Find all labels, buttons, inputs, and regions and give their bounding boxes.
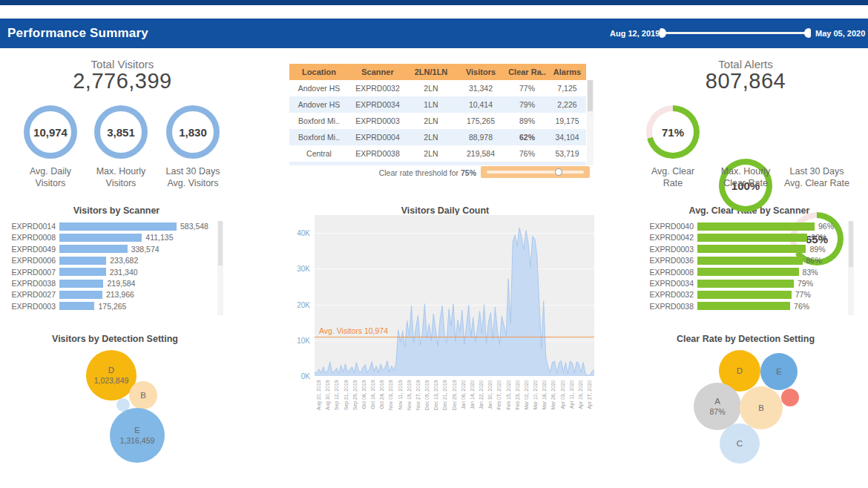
- bar[interactable]: [697, 268, 799, 276]
- table-cell[interactable]: 76%: [506, 145, 548, 162]
- bubble[interactable]: B: [129, 381, 157, 409]
- bubble-value-label: 87%: [709, 407, 725, 418]
- table-cell[interactable]: 62%: [506, 129, 548, 145]
- bar[interactable]: [697, 280, 794, 288]
- table-cell[interactable]: 88,978: [456, 129, 506, 145]
- bubble[interactable]: [781, 389, 799, 406]
- table-cell[interactable]: 2LN: [407, 162, 456, 165]
- bar[interactable]: [697, 245, 806, 253]
- bar[interactable]: [59, 302, 94, 310]
- table-cell[interactable]: 7,125: [548, 80, 586, 96]
- table-cell[interactable]: Boxford Mi..: [289, 129, 349, 145]
- table-cell[interactable]: EXPRD0034: [349, 96, 407, 113]
- table-cell[interactable]: Boxford Mi..: [289, 113, 349, 129]
- bar-row: EXPRD0049338,574: [6, 245, 160, 254]
- date-slider-right-handle[interactable]: [804, 28, 811, 38]
- threshold-slider-track[interactable]: [487, 171, 584, 174]
- table-cell[interactable]: 19,175: [548, 113, 586, 129]
- table-cell[interactable]: 10,414: [456, 96, 506, 113]
- bar-row: EXPRD0003175,265: [6, 302, 126, 311]
- bar[interactable]: [697, 302, 790, 310]
- table-column-header[interactable]: Alarms: [548, 64, 586, 80]
- table-cell[interactable]: EXPRD0004: [349, 129, 407, 145]
- table-cell[interactable]: 53,719: [548, 145, 586, 162]
- table-cell[interactable]: Andover HS: [289, 80, 349, 96]
- x-tick-label: Apr 03, 2020: [559, 380, 566, 419]
- table-cell[interactable]: 175,265: [456, 113, 506, 129]
- table-column-header[interactable]: 2LN/1LN: [407, 64, 456, 80]
- table-row[interactable]: Boxford Mi..EXPRD00042LN88,97862%34,104: [289, 129, 586, 145]
- table-row[interactable]: Boxford Mi..EXPRD00032LN175,26589%19,175: [289, 113, 586, 129]
- table-column-header[interactable]: Visitors: [456, 64, 506, 80]
- bar[interactable]: [59, 280, 103, 288]
- visitors-chart-scrollbar[interactable]: [217, 221, 223, 315]
- table-cell[interactable]: 2LN: [407, 80, 456, 96]
- visitors-chart-scrollbar-thumb[interactable]: [218, 221, 223, 266]
- threshold-slider[interactable]: [481, 166, 590, 178]
- bar-category-label: EXPRD0007: [6, 268, 59, 277]
- table-row[interactable]: Andover HSEXPRD00322LN31,34277%7,125: [289, 80, 586, 96]
- table-cell[interactable]: District Bldg: [289, 162, 349, 165]
- table-cell[interactable]: 2LN: [407, 113, 456, 129]
- visitors-daily-count-plot[interactable]: [315, 215, 594, 376]
- threshold-slider-handle[interactable]: [555, 168, 562, 176]
- table-cell[interactable]: EXPRD0040: [349, 162, 407, 165]
- table-row[interactable]: CentralEXPRD00382LN219,58476%53,719: [289, 145, 586, 162]
- bar[interactable]: [697, 291, 792, 299]
- bar[interactable]: [59, 222, 177, 231]
- date-range-end: May 05, 2020: [815, 29, 865, 38]
- table-cell[interactable]: 77%: [506, 80, 548, 96]
- dashboard: Performance Summary Aug 12, 2019 May 05,…: [0, 0, 868, 488]
- bar[interactable]: [697, 257, 803, 265]
- bar-category-label: EXPRD0040: [641, 222, 697, 231]
- table-cell[interactable]: 1,330: [548, 162, 586, 165]
- y-tick-label: 0K: [288, 372, 310, 380]
- table-cell[interactable]: Andover HS: [289, 96, 349, 113]
- x-tick-label: Jan 06, 2020: [460, 380, 467, 419]
- bar[interactable]: [59, 257, 106, 265]
- clear-rate-chart-scrollbar[interactable]: [848, 221, 854, 315]
- table-column-header[interactable]: Clear Ra..: [506, 64, 548, 80]
- table-cell[interactable]: EXPRD0032: [349, 80, 407, 96]
- bubble[interactable]: A87%: [694, 383, 741, 430]
- bubble[interactable]: B: [740, 386, 783, 429]
- bar[interactable]: [59, 268, 106, 276]
- table-column-header[interactable]: Scanner: [349, 64, 407, 80]
- x-tick-label: Dec 05, 2019: [424, 380, 431, 419]
- clear-rate-chart-scrollbar-thumb[interactable]: [849, 221, 853, 267]
- table-cell[interactable]: 23,536: [456, 162, 506, 165]
- table-cell[interactable]: Central: [289, 145, 349, 162]
- table-column-header[interactable]: Location: [289, 64, 349, 80]
- table-cell[interactable]: 31,342: [456, 80, 506, 96]
- bubble[interactable]: E: [760, 353, 798, 390]
- table-cell[interactable]: 2LN: [407, 145, 456, 162]
- x-tick-label: Feb 23, 2020: [514, 380, 521, 419]
- table-row[interactable]: Andover HSEXPRD00341LN10,41479%2,226: [289, 96, 586, 113]
- table-cell[interactable]: 34,104: [548, 129, 586, 145]
- table-cell[interactable]: 219,584: [456, 145, 506, 162]
- bar[interactable]: [697, 234, 807, 242]
- table-cell[interactable]: EXPRD0003: [349, 113, 407, 129]
- table-cell[interactable]: EXPRD0038: [349, 145, 407, 162]
- clear-rate-donut-label: Avg. ClearRate: [632, 166, 714, 189]
- table-cell[interactable]: 2LN: [407, 129, 456, 145]
- table-cell[interactable]: 89%: [506, 113, 548, 129]
- table-cell[interactable]: 79%: [506, 96, 548, 113]
- table-scrollbar-thumb[interactable]: [588, 80, 593, 111]
- bar[interactable]: [697, 222, 815, 231]
- top-strip: [0, 0, 868, 5]
- date-slider-track[interactable]: [665, 32, 805, 34]
- table-scrollbar[interactable]: [587, 80, 594, 165]
- table-row[interactable]: District BldgEXPRD00402LN23,53696%1,330: [289, 162, 586, 165]
- bar[interactable]: [59, 245, 128, 253]
- bar-value-label: 213,966: [102, 290, 134, 299]
- bar-category-label: EXPRD0008: [641, 268, 697, 277]
- bar[interactable]: [59, 234, 142, 242]
- table-cell[interactable]: 1LN: [407, 96, 456, 113]
- bubble[interactable]: C: [720, 423, 760, 464]
- table-cell[interactable]: 96%: [506, 162, 548, 165]
- bar[interactable]: [59, 291, 102, 299]
- bar-row: EXPRD003876%: [641, 302, 809, 311]
- table-cell[interactable]: 2,226: [548, 96, 586, 113]
- bubble[interactable]: E1,316,459: [110, 408, 165, 463]
